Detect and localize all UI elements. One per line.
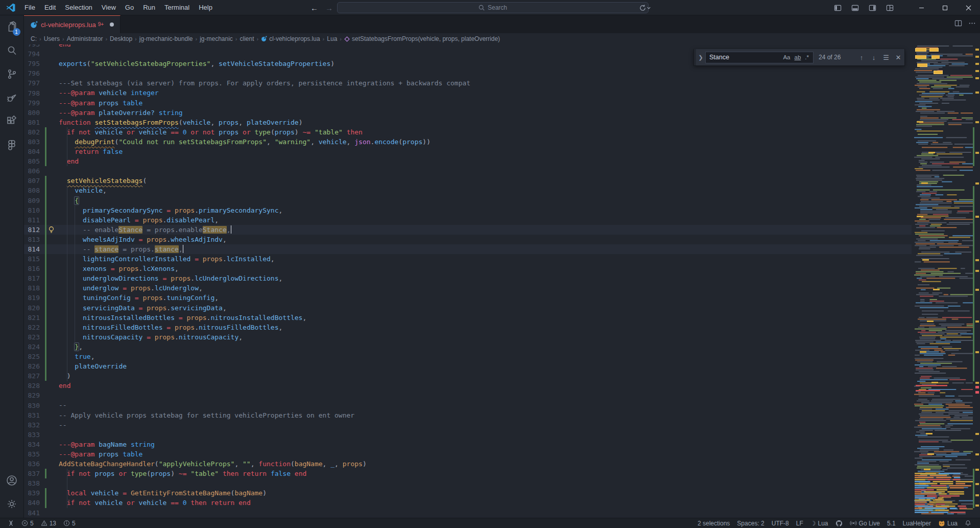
menu-view[interactable]: View bbox=[97, 0, 121, 15]
code-line-817[interactable]: 817 underglowDirections = props.lcUnderg… bbox=[24, 273, 980, 283]
account-icon[interactable] bbox=[0, 469, 24, 492]
code-line-830[interactable]: 830-- bbox=[24, 400, 980, 410]
status-selection-count[interactable]: 2 selections bbox=[694, 518, 733, 528]
find-input[interactable]: Stance Aa ab .* bbox=[705, 52, 814, 63]
regex-toggle[interactable]: .* bbox=[803, 54, 811, 61]
toggle-primary-sidebar-icon[interactable] bbox=[831, 0, 844, 15]
code-line-818[interactable]: 818 underglow = props.lcUnderglow, bbox=[24, 283, 980, 293]
code-line-832[interactable]: 832-- bbox=[24, 420, 980, 430]
code-area[interactable]: 793end794795exports("setVehicleStatebagP… bbox=[24, 44, 980, 518]
status-github[interactable] bbox=[832, 518, 846, 528]
code-line-821[interactable]: 821 nitrousInstalledBottles = props.nitr… bbox=[24, 313, 980, 323]
sync-icon[interactable] bbox=[639, 4, 651, 12]
breadcrumb-item[interactable]: Desktop bbox=[110, 35, 132, 42]
settings-gear-icon[interactable] bbox=[0, 492, 24, 516]
breadcrumb-item[interactable]: jg-mechanic-bundle bbox=[139, 35, 193, 42]
code-line-801[interactable]: 801function setStatebagsFromProps(vehicl… bbox=[24, 118, 980, 127]
history-forward-icon[interactable]: → bbox=[325, 4, 333, 12]
breadcrumb-item[interactable]: Administrator bbox=[67, 35, 103, 42]
status-indentation[interactable]: Spaces: 2 bbox=[733, 518, 768, 528]
code-line-812[interactable]: 812 -- enableStance = props.enableStance… bbox=[24, 225, 980, 235]
status-problems-infos[interactable]: 5 bbox=[60, 518, 79, 528]
find-next-icon[interactable]: ↓ bbox=[868, 51, 880, 63]
code-line-810[interactable]: 810 primarySecondarySync = props.primary… bbox=[24, 205, 980, 215]
sidebar-item-extensions[interactable] bbox=[0, 109, 24, 133]
find-close-icon[interactable]: ✕ bbox=[892, 51, 904, 63]
code-line-806[interactable]: 806 bbox=[24, 166, 980, 176]
find-previous-icon[interactable]: ↑ bbox=[855, 51, 868, 63]
status-problems-warnings[interactable]: 13 bbox=[37, 518, 60, 528]
code-line-835[interactable]: 835---@param props table bbox=[24, 449, 980, 459]
toggle-secondary-sidebar-icon[interactable] bbox=[866, 0, 879, 15]
breadcrumb-language[interactable]: Lua bbox=[327, 35, 337, 42]
breadcrumb-item[interactable]: jg-mechanic bbox=[200, 35, 233, 42]
match-case-toggle[interactable]: Aa bbox=[781, 54, 792, 61]
sidebar-item-run-debug[interactable] bbox=[0, 86, 24, 109]
code-line-814[interactable]: 814 -- stance = props.stance, bbox=[24, 244, 980, 254]
code-line-834[interactable]: 834---@param bagName string bbox=[24, 440, 980, 449]
status-lua-version[interactable]: 5.1 bbox=[883, 518, 899, 528]
code-line-841[interactable]: 841 bbox=[24, 508, 980, 518]
toggle-panel-icon[interactable] bbox=[848, 0, 862, 15]
code-line-840[interactable]: 840 if not vehicle or vehicle == 0 then … bbox=[24, 498, 980, 508]
code-line-833[interactable]: 833 bbox=[24, 430, 980, 440]
sidebar-item-figma[interactable] bbox=[0, 133, 24, 156]
code-line-829[interactable]: 829 bbox=[24, 391, 980, 400]
code-line-820[interactable]: 820 servicingData = props.servicingData, bbox=[24, 303, 980, 313]
code-line-798[interactable]: 798---@param vehicle integer bbox=[24, 88, 980, 98]
code-line-807[interactable]: 807 setVehicleStatebags( bbox=[24, 176, 980, 186]
code-line-824[interactable]: 824 }, bbox=[24, 342, 980, 352]
sidebar-item-source-control[interactable] bbox=[0, 62, 24, 86]
tab-modified-dot[interactable] bbox=[110, 22, 114, 27]
code-line-804[interactable]: 804 return false bbox=[24, 147, 980, 156]
status-go-live[interactable]: Go Live bbox=[846, 518, 883, 528]
breadcrumb-symbol[interactable]: setStatebagsFromProps(vehicle, props, pl… bbox=[344, 35, 500, 42]
code-line-838[interactable]: 838 bbox=[24, 478, 980, 488]
status-lua-badge[interactable]: Lua bbox=[935, 518, 961, 528]
minimap[interactable] bbox=[912, 44, 973, 518]
editor[interactable]: 793end794795exports("setVehicleStatebagP… bbox=[24, 44, 980, 518]
breadcrumb-item[interactable]: C: bbox=[31, 35, 37, 42]
code-line-825[interactable]: 825 true, bbox=[24, 352, 980, 361]
code-line-802[interactable]: 802 if not vehicle or vehicle == 0 or no… bbox=[24, 127, 980, 137]
code-line-816[interactable]: 816 xenons = props.lcXenons, bbox=[24, 264, 980, 273]
breadcrumb-item[interactable]: Users bbox=[44, 35, 60, 42]
more-actions-icon[interactable] bbox=[968, 19, 976, 29]
history-back-icon[interactable]: ← bbox=[310, 4, 318, 12]
status-language-mode[interactable]: ☽Lua bbox=[807, 518, 832, 528]
code-line-828[interactable]: 828end bbox=[24, 381, 980, 391]
customize-layout-icon[interactable] bbox=[883, 0, 896, 15]
code-line-811[interactable]: 811 disablePearl = props.disablePearl, bbox=[24, 215, 980, 225]
breadcrumb-file[interactable]: cl-vehicleprops.lua bbox=[261, 35, 320, 42]
menu-help[interactable]: Help bbox=[194, 0, 217, 15]
sidebar-item-explorer[interactable]: 1 bbox=[0, 15, 24, 39]
menu-go[interactable]: Go bbox=[121, 0, 138, 15]
sidebar-item-search[interactable] bbox=[0, 39, 24, 62]
code-line-805[interactable]: 805 end bbox=[24, 156, 980, 166]
status-eol[interactable]: LF bbox=[793, 518, 807, 528]
code-line-809[interactable]: 809 { bbox=[24, 196, 980, 205]
whole-word-toggle[interactable]: ab bbox=[793, 54, 803, 61]
code-line-813[interactable]: 813 wheelsAdjIndv = props.wheelsAdjIndv, bbox=[24, 235, 980, 244]
code-line-823[interactable]: 823 nitrousCapacity = props.nitrousCapac… bbox=[24, 332, 980, 342]
status-remote-indicator[interactable] bbox=[4, 518, 18, 528]
tab-cl-vehicleprops[interactable]: cl-vehicleprops.lua 9+ bbox=[24, 15, 121, 33]
code-line-803[interactable]: 803 debugPrint("Could not run setStateba… bbox=[24, 137, 980, 147]
code-line-839[interactable]: 839 local vehicle = GetEntityFromStateBa… bbox=[24, 488, 980, 498]
code-line-827[interactable]: 827 ) bbox=[24, 371, 980, 381]
find-in-selection-icon[interactable]: ☰ bbox=[880, 51, 892, 63]
code-line-808[interactable]: 808 vehicle, bbox=[24, 186, 980, 195]
status-lua-helper[interactable]: LuaHelper bbox=[899, 518, 935, 528]
maximize-button[interactable] bbox=[933, 0, 957, 15]
menu-edit[interactable]: Edit bbox=[40, 0, 60, 15]
code-line-797[interactable]: 797---Set statebags (via server) from pr… bbox=[24, 78, 980, 88]
close-button[interactable] bbox=[957, 0, 980, 15]
minimize-button[interactable] bbox=[910, 0, 933, 15]
code-line-793[interactable]: 793end bbox=[24, 44, 980, 49]
menu-selection[interactable]: Selection bbox=[60, 0, 97, 15]
code-line-796[interactable]: 796 bbox=[24, 68, 980, 78]
status-problems-errors[interactable]: 5 bbox=[18, 518, 37, 528]
split-editor-icon[interactable] bbox=[954, 19, 962, 29]
code-line-836[interactable]: 836AddStateBagChangeHandler("applyVehicl… bbox=[24, 459, 980, 469]
code-line-800[interactable]: 800---@param plateOverride? string bbox=[24, 108, 980, 118]
